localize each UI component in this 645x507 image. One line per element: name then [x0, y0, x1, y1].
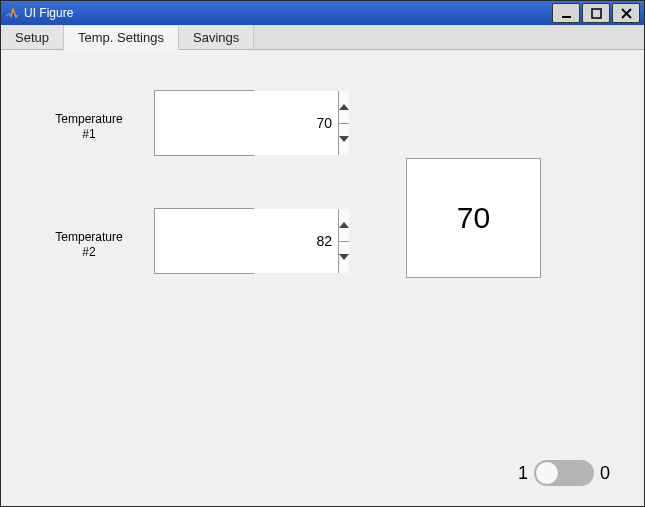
temperature-display: 70: [406, 158, 541, 278]
switch-label-left: 1: [518, 463, 528, 484]
spinner-buttons: [338, 91, 349, 155]
spinner-up-button[interactable]: [339, 91, 349, 124]
display-value: 70: [457, 201, 490, 235]
toggle-switch[interactable]: [534, 460, 594, 486]
switch-group: 1 0: [518, 460, 610, 486]
svg-rect-1: [592, 9, 601, 18]
temperature2-spinner: [154, 208, 254, 274]
switch-knob: [535, 461, 559, 485]
spinner-up-button[interactable]: [339, 209, 349, 242]
titlebar: UI Figure: [1, 1, 644, 25]
tab-setup[interactable]: Setup: [1, 25, 64, 49]
temperature2-label: Temperature #2: [49, 230, 129, 260]
temperature1-label: Temperature #1: [49, 112, 129, 142]
label-line: #1: [82, 127, 95, 141]
label-line: Temperature: [55, 230, 122, 244]
tab-temp-settings[interactable]: Temp. Settings: [64, 26, 179, 50]
label-line: Temperature: [55, 112, 122, 126]
tab-label: Temp. Settings: [78, 30, 164, 45]
temperature2-input[interactable]: [155, 209, 338, 273]
tab-label: Setup: [15, 30, 49, 45]
close-button[interactable]: [612, 3, 640, 23]
client-area: Temperature #1 Temperature #2: [1, 50, 644, 506]
matlab-icon: [5, 6, 19, 20]
spinner-buttons: [338, 209, 349, 273]
tab-label: Savings: [193, 30, 239, 45]
svg-rect-0: [562, 16, 571, 18]
svg-marker-7: [339, 254, 349, 260]
window-controls: [552, 1, 644, 25]
tab-savings[interactable]: Savings: [179, 25, 254, 49]
switch-label-right: 0: [600, 463, 610, 484]
temperature1-spinner: [154, 90, 254, 156]
tab-strip: Setup Temp. Settings Savings: [1, 25, 644, 50]
window-frame: UI Figure Setup Temp. Settings Savings: [0, 0, 645, 507]
spinner-down-button[interactable]: [339, 242, 349, 274]
label-line: #2: [82, 245, 95, 259]
minimize-button[interactable]: [552, 3, 580, 23]
svg-marker-4: [339, 104, 349, 110]
svg-marker-5: [339, 136, 349, 142]
svg-marker-6: [339, 222, 349, 228]
spinner-down-button[interactable]: [339, 124, 349, 156]
window-title: UI Figure: [24, 6, 73, 20]
maximize-button[interactable]: [582, 3, 610, 23]
titlebar-left: UI Figure: [5, 6, 73, 20]
temperature1-input[interactable]: [155, 91, 338, 155]
